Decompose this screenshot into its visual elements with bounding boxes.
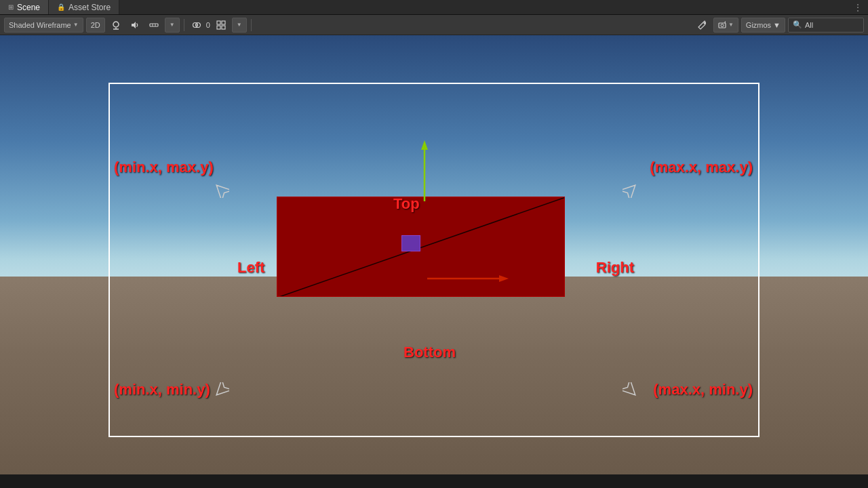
red-platform — [277, 197, 565, 297]
purple-cube — [401, 235, 420, 251]
svg-line-21 — [277, 197, 564, 296]
shading-dropdown-arrow: ▼ — [73, 22, 79, 28]
label-right: Right — [596, 259, 634, 277]
layout-icon-btn[interactable] — [213, 18, 229, 33]
tools-icon-btn[interactable] — [694, 18, 711, 33]
corner-arrow-bottom-right — [623, 382, 637, 400]
tab-asset-label: Asset Store — [68, 3, 111, 12]
tab-scene[interactable]: ⊞ Scene — [0, 0, 49, 14]
lighting-icon-btn[interactable] — [108, 18, 124, 33]
svg-rect-9 — [217, 21, 220, 24]
effects-arrow: ▼ — [170, 22, 175, 28]
ground-background — [0, 277, 868, 474]
audio-icon-btn[interactable] — [127, 18, 143, 33]
svg-marker-17 — [214, 183, 229, 198]
gizmos-btn[interactable]: Gizmos ▼ — [741, 18, 785, 33]
camera-icon — [718, 21, 726, 29]
scene-viewport: (min.x, max.y) (max.x, max.y) (min.x, mi… — [0, 35, 868, 474]
gizmos-label: Gizmos — [746, 21, 771, 29]
search-icon: 🔍 — [793, 20, 802, 29]
svg-point-13 — [703, 22, 705, 24]
label-bottom: Bottom — [403, 344, 456, 361]
scene-grid-icon: ⊞ — [8, 3, 14, 11]
audio-icon — [130, 20, 140, 30]
layer-icon-btn[interactable] — [189, 18, 205, 33]
label-bottom-left: (min.x, min.y) — [114, 381, 210, 399]
tab-asset-store[interactable]: 🔒 Asset Store — [49, 0, 119, 14]
grid-layout-icon — [216, 20, 226, 30]
platform-diagonal-line — [277, 197, 564, 296]
label-top-right: (max.x, max.y) — [650, 159, 753, 176]
scene-toolbar: Shaded Wireframe ▼ 2D ▼ 0 — [0, 15, 868, 35]
corner-arrow-top-left — [214, 183, 229, 201]
y-axis-arrow — [418, 140, 431, 207]
2d-label: 2D — [91, 21, 100, 29]
tab-scene-label: Scene — [17, 3, 40, 12]
layer-mask-icon — [192, 20, 201, 30]
label-top-left: (min.x, max.y) — [114, 159, 214, 176]
gizmo-count-label: 0 — [206, 21, 210, 29]
effects-icon-btn[interactable] — [146, 18, 162, 33]
svg-marker-23 — [421, 140, 428, 150]
gizmos-arrow: ▼ — [773, 21, 781, 29]
corner-arrow-bottom-left — [214, 382, 229, 400]
toolbar-sep-1 — [184, 19, 184, 31]
2d-button[interactable]: 2D — [86, 18, 105, 33]
svg-marker-25 — [499, 275, 509, 282]
svg-rect-10 — [222, 21, 225, 24]
svg-marker-3 — [132, 22, 136, 28]
label-left: Left — [237, 259, 264, 277]
x-axis-arrow — [427, 272, 509, 287]
camera-arrow: ▼ — [728, 22, 734, 28]
toolbar-sep-2 — [251, 19, 252, 31]
search-box: 🔍 — [788, 18, 864, 33]
shading-mode-label: Shaded Wireframe — [9, 21, 71, 29]
tools-icon — [698, 20, 707, 30]
label-top: Top — [393, 195, 420, 213]
svg-point-15 — [721, 24, 724, 26]
svg-marker-19 — [214, 382, 229, 397]
tab-bar: ⊞ Scene 🔒 Asset Store ⋮ — [0, 0, 868, 15]
layout-arrow: ▼ — [237, 22, 242, 28]
light-bulb-icon — [111, 20, 121, 30]
search-input[interactable] — [805, 21, 859, 29]
effects-dropdown-btn[interactable]: ▼ — [165, 18, 180, 33]
svg-rect-11 — [217, 26, 220, 29]
svg-rect-4 — [150, 24, 158, 26]
svg-point-0 — [113, 22, 119, 27]
label-bottom-right: (max.x, min.y) — [653, 381, 753, 399]
camera-mode-btn[interactable]: ▼ — [713, 18, 738, 33]
tab-menu-icon[interactable]: ⋮ — [848, 2, 868, 13]
toolbar-right-section: ▼ Gizmos ▼ 🔍 — [694, 18, 864, 33]
layout-dropdown-btn[interactable]: ▼ — [232, 18, 247, 33]
svg-marker-18 — [623, 183, 637, 198]
shading-mode-dropdown[interactable]: Shaded Wireframe ▼ — [4, 18, 83, 33]
svg-marker-20 — [623, 382, 637, 397]
svg-rect-12 — [222, 26, 225, 29]
asset-lock-icon: 🔒 — [57, 3, 65, 11]
effects-icon — [149, 20, 159, 30]
corner-arrow-top-right — [623, 183, 637, 201]
